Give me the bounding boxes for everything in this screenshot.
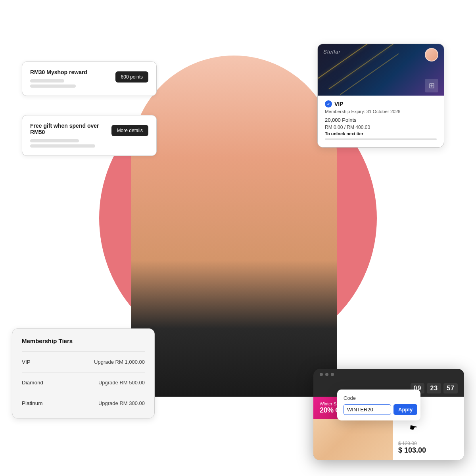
vip-progress-bar bbox=[325, 138, 437, 140]
tiers-divider-1 bbox=[22, 372, 145, 372]
vip-membership-card: Stellar ⊞ ✓ VIP Membership Expiry: 31 Oc… bbox=[317, 44, 444, 148]
browser-title-bar bbox=[313, 369, 464, 380]
tier-row-platinum: Platinum Upgrade RM 300.00 bbox=[22, 397, 145, 409]
vip-badge-label: VIP bbox=[334, 101, 344, 107]
tier-row-vip: VIP Upgrade RM 1,000.00 bbox=[22, 356, 145, 368]
tier-name-vip: VIP bbox=[22, 359, 31, 365]
tiers-divider-top bbox=[22, 351, 145, 352]
vip-card-body: ✓ VIP Membership Expiry: 31 October 2028… bbox=[318, 96, 444, 140]
vip-unlock-label: To unlock next tier bbox=[325, 131, 437, 136]
tier-upgrade-diamond: Upgrade RM 500.00 bbox=[98, 380, 145, 386]
tiers-divider-2 bbox=[22, 393, 145, 393]
reward-card-2-title: Free gift when spend over RM50 bbox=[30, 123, 111, 135]
timer-seconds: 57 bbox=[443, 383, 458, 393]
membership-tiers-card: Membership Tiers VIP Upgrade RM 1,000.00… bbox=[12, 328, 155, 418]
tier-name-platinum: Platinum bbox=[22, 400, 43, 406]
coupon-code-label: Code bbox=[344, 395, 414, 401]
timer-minutes: 23 bbox=[427, 383, 441, 393]
tier-upgrade-platinum: Upgrade RM 300.00 bbox=[98, 400, 145, 406]
tier-upgrade-vip: Upgrade RM 1,000.00 bbox=[94, 359, 145, 365]
reward-card-2-button[interactable]: More details bbox=[111, 125, 148, 136]
product-original-price: $ 129.00 bbox=[398, 441, 459, 446]
coupon-input-row: Apply bbox=[344, 404, 414, 415]
vip-points: 20,000 Points bbox=[325, 117, 437, 123]
browser-dot-1 bbox=[320, 373, 323, 376]
vip-card-logo: Stellar bbox=[323, 49, 341, 55]
tiers-card-title: Membership Tiers bbox=[22, 338, 145, 344]
reward-card-gift: Free gift when spend over RM50 More deta… bbox=[22, 115, 157, 156]
vip-card-qr-icon: ⊞ bbox=[425, 79, 438, 92]
reward-card-1-button[interactable]: 600 points bbox=[115, 71, 148, 83]
browser-dot-3 bbox=[331, 373, 334, 376]
reward-card-2-line-2 bbox=[30, 144, 95, 148]
reward-card-2-line-1 bbox=[30, 139, 79, 142]
vip-badge-dot: ✓ bbox=[325, 100, 332, 107]
vip-expiry-date: 31 October 2028 bbox=[367, 109, 401, 114]
coupon-code-input[interactable] bbox=[344, 404, 391, 415]
tier-row-diamond: Diamond Upgrade RM 500.00 bbox=[22, 376, 145, 389]
coupon-popup: Code Apply bbox=[337, 390, 420, 420]
vip-expiry-label: Membership Expiry: bbox=[325, 109, 365, 114]
coupon-apply-button[interactable]: Apply bbox=[393, 404, 417, 415]
vip-spend: RM 0.00 / RM 400.00 bbox=[325, 125, 437, 130]
vip-expiry-text: Membership Expiry: 31 October 2028 bbox=[325, 109, 437, 114]
product-current-price: $ 103.00 bbox=[398, 446, 459, 455]
tier-name-diamond: Diamond bbox=[22, 380, 43, 386]
vip-card-image: Stellar ⊞ bbox=[318, 44, 444, 96]
reward-card-1-title: RM30 Myshop reward bbox=[30, 69, 87, 75]
vip-badge-row: ✓ VIP bbox=[325, 100, 437, 107]
reward-card-1-line-2 bbox=[30, 84, 76, 88]
browser-dot-2 bbox=[325, 373, 328, 376]
vip-card-avatar bbox=[425, 48, 438, 61]
reward-card-1-line-1 bbox=[30, 79, 64, 83]
reward-card-myshop: RM30 Myshop reward 600 points bbox=[22, 61, 157, 96]
